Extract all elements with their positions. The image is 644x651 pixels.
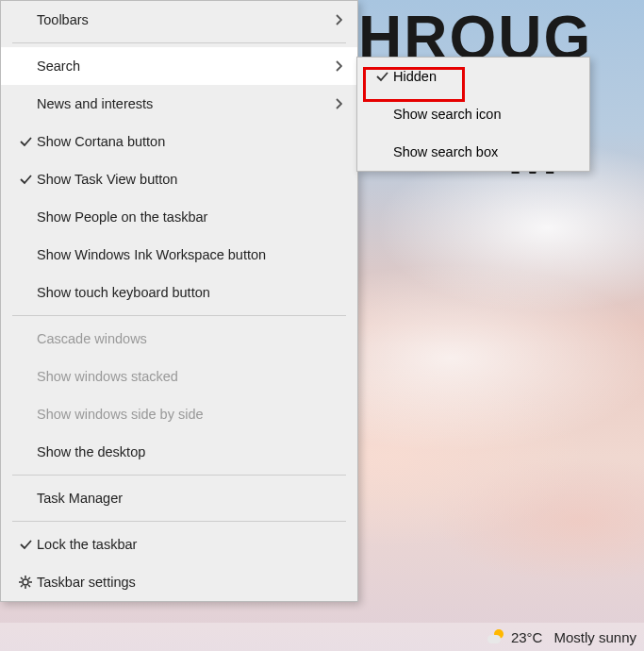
menu-label: Show search box — [393, 144, 578, 159]
submenu-item-show-search-icon[interactable]: Show search icon — [357, 95, 589, 133]
menu-item-cortana[interactable]: Show Cortana button — [1, 123, 357, 160]
menu-item-taskbar-settings[interactable]: Taskbar settings — [1, 563, 357, 601]
menu-label: Hidden — [393, 69, 578, 84]
menu-item-news-interests[interactable]: News and interests — [1, 85, 357, 123]
submenu-item-show-search-box[interactable]: Show search box — [357, 133, 589, 171]
chevron-right-icon — [331, 14, 346, 25]
menu-item-stacked: Show windows stacked — [1, 358, 357, 395]
chevron-right-icon — [331, 98, 346, 109]
menu-divider — [12, 521, 346, 522]
menu-item-sidebyside: Show windows side by side — [1, 395, 357, 433]
menu-label: Show search icon — [393, 107, 578, 122]
taskbar[interactable]: 23°C Mostly sunny — [0, 623, 644, 651]
menu-label: Task Manager — [37, 491, 346, 506]
menu-item-people[interactable]: Show People on the taskbar — [1, 198, 357, 236]
menu-item-taskview[interactable]: Show Task View button — [1, 160, 357, 198]
menu-divider — [12, 42, 346, 43]
weather-icon — [487, 627, 505, 646]
menu-item-ink-workspace[interactable]: Show Windows Ink Workspace button — [1, 236, 357, 274]
check-icon — [14, 538, 37, 551]
menu-label: Show windows side by side — [37, 407, 346, 422]
menu-label: News and interests — [37, 96, 331, 111]
search-submenu: Hidden Show search icon Show search box — [356, 57, 590, 172]
taskbar-temperature: 23°C — [511, 629, 543, 645]
menu-label: Show the desktop — [37, 444, 346, 459]
menu-label: Show windows stacked — [37, 369, 346, 384]
menu-label: Show People on the taskbar — [37, 209, 346, 225]
menu-item-cascade: Cascade windows — [1, 320, 357, 358]
menu-label: Search — [37, 58, 331, 74]
check-icon — [371, 70, 393, 83]
check-icon — [14, 173, 37, 186]
menu-divider — [12, 315, 346, 316]
taskbar-context-menu: Toolbars Search News and interests Show … — [0, 0, 358, 602]
menu-item-show-desktop[interactable]: Show the desktop — [1, 433, 357, 471]
menu-item-touch-keyboard[interactable]: Show touch keyboard button — [1, 274, 357, 311]
menu-label: Show Task View button — [37, 172, 346, 187]
menu-item-task-manager[interactable]: Task Manager — [1, 479, 357, 517]
menu-label: Lock the taskbar — [37, 537, 346, 552]
menu-label: Taskbar settings — [37, 575, 346, 590]
menu-label: Cascade windows — [37, 331, 346, 346]
taskbar-weather-condition: Mostly sunny — [553, 629, 636, 645]
chevron-right-icon — [331, 60, 346, 72]
menu-item-toolbars[interactable]: Toolbars — [1, 1, 357, 39]
menu-divider — [12, 475, 346, 476]
svg-point-0 — [23, 579, 28, 585]
menu-label: Show Cortana button — [37, 134, 346, 149]
submenu-item-hidden[interactable]: Hidden — [357, 58, 589, 95]
menu-label: Toolbars — [37, 12, 331, 27]
menu-label: Show touch keyboard button — [37, 285, 346, 300]
check-icon — [14, 135, 37, 148]
menu-item-lock-taskbar[interactable]: Lock the taskbar — [1, 526, 357, 563]
gear-icon — [14, 575, 37, 590]
menu-label: Show Windows Ink Workspace button — [37, 247, 346, 262]
menu-item-search[interactable]: Search — [1, 47, 357, 85]
